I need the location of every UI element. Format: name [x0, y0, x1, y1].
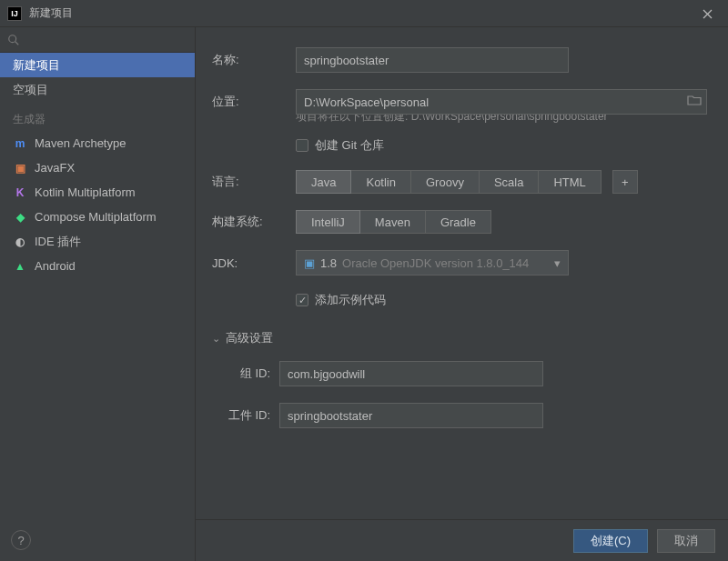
sample-code-label: 添加示例代码 [315, 292, 386, 308]
build-option-gradle[interactable]: Gradle [426, 210, 491, 234]
name-input[interactable] [296, 47, 569, 73]
generator-icon: m [13, 137, 27, 150]
generator-icon: K [13, 186, 27, 199]
language-option-groovy[interactable]: Groovy [411, 170, 480, 194]
location-label: 位置: [212, 94, 296, 110]
browse-folder-icon[interactable] [687, 94, 702, 109]
location-input[interactable] [296, 89, 707, 115]
jdk-dropdown[interactable]: ▣ 1.8 Oracle OpenJDK version 1.8.0_144 ▾ [296, 250, 569, 275]
sidebar-generator-0[interactable]: mMaven Archetype [0, 131, 195, 155]
generator-icon: ◆ [13, 211, 27, 224]
chevron-down-icon: ▾ [554, 256, 561, 270]
language-option-html[interactable]: HTML [539, 170, 601, 194]
generator-label: Compose Multiplatform [35, 210, 157, 224]
svg-line-1 [15, 41, 19, 45]
generator-icon: ◐ [13, 235, 27, 248]
sample-code-checkbox[interactable]: 添加示例代码 [296, 292, 386, 308]
language-label: 语言: [212, 174, 296, 190]
build-option-maven[interactable]: Maven [360, 210, 426, 234]
git-checkbox-label: 创建 Git 仓库 [315, 137, 384, 154]
generator-icon: ▣ [13, 162, 27, 175]
add-language-button[interactable]: + [612, 170, 638, 194]
generator-label: Maven Archetype [35, 136, 126, 150]
app-icon: IJ [7, 6, 22, 21]
generator-label: IDE 插件 [35, 234, 81, 250]
build-label: 构建系统: [212, 214, 296, 230]
sidebar-generator-2[interactable]: KKotlin Multiplatform [0, 180, 195, 205]
sidebar-generator-5[interactable]: ▲Android [0, 254, 195, 278]
titlebar: IJ 新建项目 [0, 0, 728, 27]
group-id-label: 组 ID: [221, 366, 279, 382]
generator-icon: ▲ [13, 260, 27, 273]
search-icon [7, 34, 20, 46]
cancel-button[interactable]: 取消 [657, 529, 715, 553]
build-option-intellij[interactable]: IntelliJ [296, 210, 360, 234]
close-button[interactable] [687, 0, 728, 27]
sidebar-generator-4[interactable]: ◐IDE 插件 [0, 229, 195, 254]
group-id-input[interactable] [279, 361, 543, 386]
jdk-icon: ▣ [304, 256, 315, 270]
jdk-label: JDK: [212, 256, 296, 270]
create-button[interactable]: 创建(C) [573, 529, 648, 553]
generator-label: JavaFX [35, 161, 75, 175]
sidebar-group-generators: 生成器 [0, 107, 195, 131]
advanced-settings-toggle[interactable]: ⌄ 高级设置 [212, 330, 712, 346]
help-button[interactable]: ? [11, 530, 31, 550]
artifact-id-input[interactable] [279, 403, 543, 428]
language-option-java[interactable]: Java [296, 170, 351, 194]
artifact-id-label: 工件 ID: [221, 407, 279, 424]
sidebar-item-0[interactable]: 新建项目 [0, 53, 195, 77]
chevron-down-icon: ⌄ [212, 333, 220, 345]
git-checkbox[interactable]: 创建 Git 仓库 [296, 137, 384, 154]
sidebar-generator-1[interactable]: ▣JavaFX [0, 155, 195, 180]
language-option-scala[interactable]: Scala [480, 170, 540, 194]
sidebar-item-1[interactable]: 空项目 [0, 77, 195, 102]
sidebar: 新建项目空项目 生成器 mMaven Archetype▣JavaFXKKotl… [0, 27, 196, 561]
generator-label: Android [35, 259, 76, 273]
svg-point-0 [9, 35, 16, 42]
name-label: 名称: [212, 52, 296, 68]
dialog-footer: 创建(C) 取消 [196, 519, 728, 561]
window-title: 新建项目 [29, 5, 73, 21]
generator-label: Kotlin Multiplatform [35, 185, 136, 199]
search-input[interactable] [0, 27, 195, 53]
sidebar-generator-3[interactable]: ◆Compose Multiplatform [0, 205, 195, 229]
language-option-kotlin[interactable]: Kotlin [351, 170, 411, 194]
form-panel: 名称: 位置: 项目将在以下位置创建: D:\WorkSpace\persona… [196, 27, 728, 561]
